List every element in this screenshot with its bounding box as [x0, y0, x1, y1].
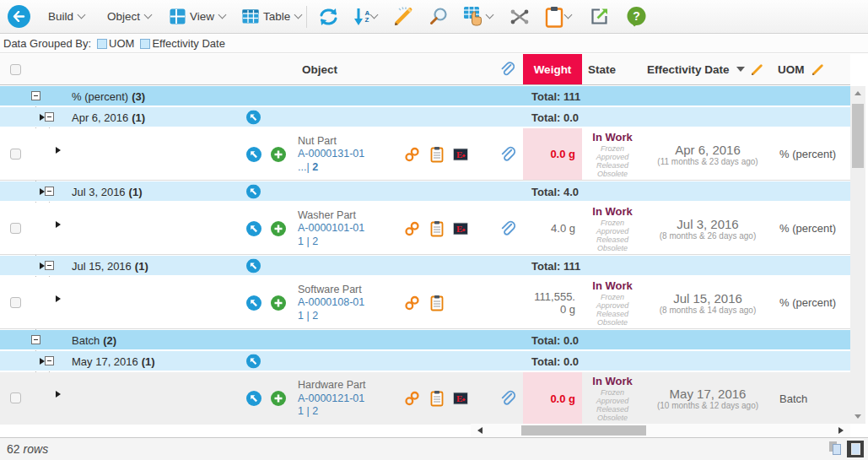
- select-all-checkbox[interactable]: [10, 64, 21, 75]
- table-menu[interactable]: Table: [242, 9, 301, 24]
- row-checkbox[interactable]: [10, 149, 21, 160]
- revision-link-2[interactable]: 2: [312, 235, 318, 246]
- single-view-toggle[interactable]: [847, 441, 864, 457]
- export-button[interactable]: [590, 7, 609, 26]
- group-row-date-may17[interactable]: May 17, 2016(1) Total: 0.0: [0, 351, 850, 371]
- add-item-icon[interactable]: [271, 391, 286, 406]
- back-button[interactable]: [8, 5, 30, 28]
- goto-item-icon[interactable]: [246, 354, 261, 368]
- effectivity-date-cell: Apr 6, 2016 (11 months & 23 days ago): [646, 128, 769, 180]
- collapse-group-icon[interactable]: [45, 112, 54, 122]
- group-chip-effectivity-label: Effectivity Date: [152, 37, 224, 50]
- sort-button[interactable]: A Z: [353, 8, 377, 26]
- column-header-effectivity[interactable]: Effectivity Date: [647, 54, 763, 84]
- revision-link-2[interactable]: 2: [312, 309, 318, 321]
- vertical-scroll-thumb[interactable]: [852, 104, 864, 168]
- tree-arrow-icon: [56, 221, 61, 228]
- table-select-button[interactable]: [463, 6, 493, 27]
- horizontal-scrollbar[interactable]: [471, 424, 850, 437]
- attachment-paperclip-icon[interactable]: [499, 145, 515, 163]
- group-chip-effectivity-checkbox[interactable]: [140, 39, 150, 49]
- part-number-link[interactable]: A-0000131-01: [298, 148, 412, 161]
- in-change-icon[interactable]: E: [453, 392, 468, 405]
- item-row-software-part[interactable]: Software Part A-0000108-01 1 | 2 111,555…: [0, 277, 850, 329]
- collapse-group-icon[interactable]: [31, 335, 40, 344]
- edit-column-pencil-icon[interactable]: [751, 63, 763, 76]
- column-header-state[interactable]: State: [588, 54, 616, 84]
- part-number-link[interactable]: A-0000108-01: [298, 296, 412, 310]
- item-row-nut-part[interactable]: Nut Part A-0000131-01 ...| 2 E: [0, 128, 850, 181]
- column-header-object[interactable]: Object: [302, 54, 337, 84]
- column-header-attachment[interactable]: [499, 54, 515, 84]
- goto-item-icon[interactable]: [246, 110, 261, 124]
- revision-link[interactable]: ...|: [298, 160, 310, 172]
- horizontal-scroll-thumb[interactable]: [521, 425, 646, 436]
- build-menu[interactable]: Build: [44, 10, 84, 23]
- item-row-hardware-part[interactable]: Hardware Part A-0000121-01 1 | 2 E 0.0 g: [0, 372, 850, 425]
- goto-item-icon[interactable]: [246, 184, 261, 198]
- clipboard-small-icon[interactable]: [430, 220, 444, 237]
- search-button[interactable]: [429, 7, 449, 26]
- clipboard-small-icon[interactable]: [430, 295, 444, 311]
- clipboard-small-icon[interactable]: [430, 390, 444, 407]
- part-number-link[interactable]: A-0000121-01: [298, 392, 412, 405]
- revision-link[interactable]: 1 |: [298, 405, 310, 417]
- goto-item-icon[interactable]: [246, 147, 261, 162]
- sort-descending-icon[interactable]: [736, 67, 745, 72]
- scroll-left-icon[interactable]: [477, 427, 483, 434]
- clipboard-button[interactable]: [545, 6, 571, 28]
- collapse-group-icon[interactable]: [45, 187, 54, 196]
- group-row-uom-batch[interactable]: Batch(2) Total: 0.0: [0, 330, 850, 350]
- link-chain-icon[interactable]: [404, 146, 420, 162]
- vertical-scrollbar[interactable]: [850, 86, 865, 424]
- column-header-uom[interactable]: UOM: [778, 54, 824, 84]
- add-item-icon[interactable]: [271, 221, 286, 236]
- group-row-date-apr6[interactable]: Apr 6, 2016(1) Total: 0.0: [0, 107, 850, 127]
- link-chain-icon[interactable]: [404, 220, 420, 236]
- help-button[interactable]: ?: [626, 6, 647, 27]
- revision-link-2[interactable]: 2: [312, 405, 318, 417]
- row-checkbox[interactable]: [10, 223, 21, 234]
- row-checkbox[interactable]: [10, 297, 21, 308]
- refresh-button[interactable]: [317, 7, 340, 27]
- scroll-right-icon[interactable]: [838, 427, 844, 434]
- revision-link[interactable]: 1 |: [298, 309, 310, 321]
- add-item-icon[interactable]: [271, 295, 286, 311]
- link-chain-icon[interactable]: [404, 295, 420, 311]
- view-menu[interactable]: View: [170, 8, 225, 24]
- goto-item-icon[interactable]: [246, 258, 261, 273]
- group-chip-uom-checkbox[interactable]: [97, 39, 107, 49]
- collapse-group-icon[interactable]: [45, 356, 54, 365]
- attachment-paperclip-icon[interactable]: [499, 390, 515, 408]
- goto-item-icon[interactable]: [246, 295, 261, 311]
- in-change-icon[interactable]: E: [453, 148, 468, 160]
- table-pointer-icon: [463, 6, 485, 27]
- edit-button[interactable]: [392, 6, 414, 28]
- structure-button[interactable]: [509, 8, 530, 25]
- in-change-icon[interactable]: E: [453, 222, 468, 235]
- view-toggles: [829, 441, 864, 457]
- scroll-down-button[interactable]: [850, 409, 865, 424]
- collapse-group-icon[interactable]: [31, 91, 40, 100]
- add-item-icon[interactable]: [271, 147, 286, 162]
- revision-link[interactable]: 1 |: [298, 235, 310, 246]
- scroll-up-button[interactable]: [850, 86, 865, 100]
- attachment-paperclip-icon[interactable]: [499, 219, 515, 237]
- chevron-down-icon: [294, 11, 303, 19]
- link-chain-icon[interactable]: [404, 391, 420, 407]
- revision-link-2[interactable]: 2: [312, 160, 318, 172]
- part-number-link[interactable]: A-0000101-01: [298, 222, 412, 235]
- split-view-toggle[interactable]: [829, 441, 844, 457]
- row-checkbox[interactable]: [10, 392, 21, 403]
- group-row-date-jul3[interactable]: Jul 3, 2016(1) Total: 4.0: [0, 181, 850, 202]
- clipboard-small-icon[interactable]: [430, 146, 444, 163]
- group-row-uom-percent[interactable]: % (percent)(3) Total: 111: [0, 86, 850, 106]
- goto-item-icon[interactable]: [246, 391, 261, 406]
- edit-column-pencil-icon[interactable]: [811, 63, 824, 76]
- goto-item-icon[interactable]: [246, 221, 261, 236]
- column-header-weight[interactable]: Weight: [523, 54, 582, 84]
- collapse-group-icon[interactable]: [45, 261, 54, 270]
- group-row-date-jul15[interactable]: Jul 15, 2016(1) Total: 111: [0, 256, 850, 276]
- item-row-washer-part[interactable]: Washer Part A-0000101-01 1 | 2 E 4.0 g: [0, 203, 850, 255]
- object-menu[interactable]: Object: [103, 10, 151, 23]
